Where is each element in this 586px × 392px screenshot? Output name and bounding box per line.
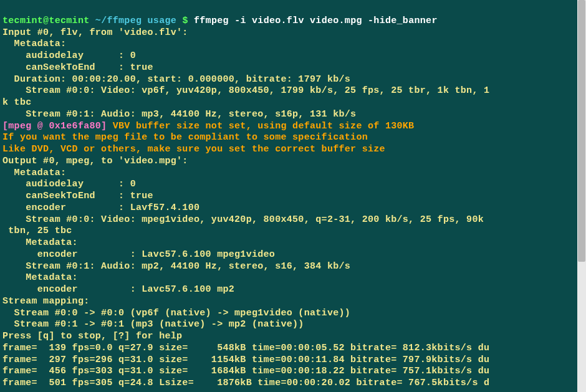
frame-progress-3: frame= 501 fps=305 q=24.8 Lsize= 1876kB …: [2, 378, 489, 388]
mpeg-tag: [mpeg @ 0x1e6fa80]: [2, 121, 107, 131]
sub-metadata-label-1: Metadata:: [2, 237, 78, 248]
input-video-stream: Stream #0:0: Video: vp6f, yuv420p, 800x4…: [2, 85, 489, 96]
output-audiodelay: audiodelay : 0: [2, 179, 136, 189]
output-video-stream-cont: tbn, 25 tbc: [2, 226, 72, 236]
duration-line: Duration: 00:00:20.00, start: 0.000000, …: [2, 74, 350, 85]
metadata-label-2: Metadata:: [2, 168, 66, 178]
scrollbar-thumb[interactable]: [578, 0, 585, 262]
input-audio-stream: Stream #0:1: Audio: mp3, 44100 Hz, stere…: [2, 109, 356, 120]
input-header: Input #0, flv, from 'video.flv':: [2, 27, 188, 38]
output-encoder: encoder : Lavf57.4.100: [2, 203, 199, 213]
metadata-label-1: Metadata:: [2, 39, 66, 49]
prompt-symbol: $: [182, 16, 188, 26]
output-audio-stream: Stream #0:1: Audio: mp2, 44100 Hz, stere…: [2, 261, 350, 272]
input-canseek: canSeekToEnd : true: [2, 62, 153, 73]
prompt-userhost: tecmint@tecmint: [2, 16, 90, 26]
input-audiodelay: audiodelay : 0: [2, 50, 136, 61]
stream-map-1: Stream #0:0 -> #0:0 (vp6f (native) -> mp…: [2, 308, 350, 318]
sub-metadata-label-2: Metadata:: [2, 272, 78, 283]
output-canseek: canSeekToEnd : true: [2, 191, 153, 201]
stream-map-2: Stream #0:1 -> #0:1 (mp3 (native) -> mp2…: [2, 319, 304, 330]
terminal-output: tecmint@tecmint ~/ffmpeg usage $ ffmpeg …: [2, 4, 577, 390]
encoder-audio: encoder : Lavc57.6.100 mp2: [2, 284, 234, 295]
prompt-path: ~/ffmpeg usage: [95, 16, 176, 26]
frame-progress-0: frame= 139 fps=0.0 q=27.9 size= 548kB ti…: [2, 343, 489, 353]
output-video-stream: Stream #0:0: Video: mpeg1video, yuv420p,…: [2, 214, 484, 225]
input-video-stream-cont: k tbc: [2, 97, 32, 108]
press-q-help: Press [q] to stop, [?] for help: [2, 331, 182, 342]
scrollbar-track[interactable]: [577, 0, 586, 392]
encoder-video: encoder : Lavc57.6.100 mpeg1video: [2, 249, 275, 260]
compliant-line2: Like DVD, VCD or others, make sure you s…: [2, 144, 385, 155]
output-header: Output #0, mpeg, to 'video.mpg':: [2, 156, 188, 166]
stream-mapping-header: Stream mapping:: [2, 296, 90, 307]
compliant-line1: If you want the mpeg file to be complian…: [2, 132, 368, 143]
command-text[interactable]: ffmpeg -i video.flv video.mpg -hide_bann…: [194, 16, 438, 26]
frame-progress-2: frame= 456 fps=303 q=31.0 size= 1684kB t…: [2, 366, 489, 376]
frame-progress-1: frame= 297 fps=296 q=31.0 size= 1154kB t…: [2, 355, 489, 365]
vbv-message: VBV buffer size not set, using default s…: [107, 121, 414, 131]
